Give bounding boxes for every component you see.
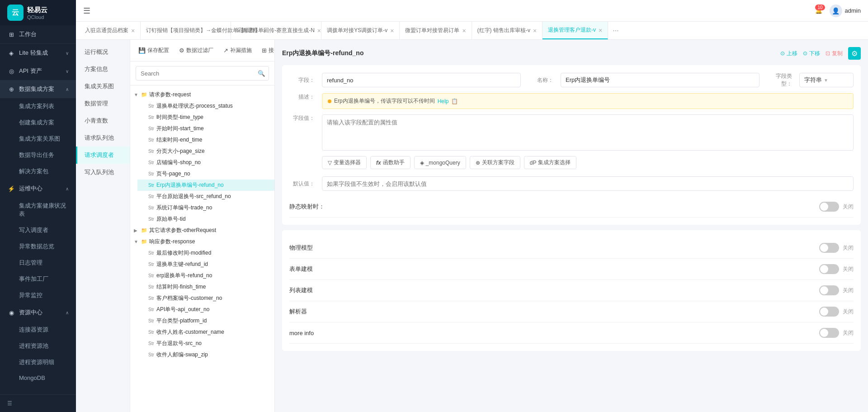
tab-2[interactable]: 订钉报销【项目报销类】→金蝶付款单【班西】 ×	[141, 22, 231, 39]
tree-node-swap-zip[interactable]: Str 收件人邮编-swap_zip	[137, 349, 274, 360]
tab-1[interactable]: 入驻店通货品档案 ×	[80, 22, 141, 39]
tab-5-close[interactable]: ×	[462, 28, 466, 34]
desc-help-link[interactable]: Help	[438, 98, 449, 104]
sidebar-sub-connector[interactable]: 连接器资源	[0, 322, 76, 338]
tree-node-response-params-row[interactable]: ▼ 📁 响应参数-response	[130, 236, 274, 247]
var-selector-btn[interactable]: ▽ 变量选择器	[322, 156, 367, 169]
value-textarea[interactable]	[322, 114, 854, 151]
left-nav-data-mgmt[interactable]: 数据管理	[76, 95, 130, 112]
tree-node-platform-id[interactable]: Str 平台类型-platform_id	[137, 315, 274, 327]
tree-node-src-no[interactable]: Str 平台退款号-src_no	[137, 338, 274, 349]
tree-node-request-params-row[interactable]: ▼ 📁 请求参数-request	[130, 89, 274, 100]
left-nav-solution-info[interactable]: 方案信息	[76, 61, 130, 78]
tree-node-api-outer-no[interactable]: Str API单号-api_outer_no	[137, 304, 274, 315]
tab-7-close[interactable]: ×	[599, 27, 602, 33]
tree-node-refund-no[interactable]: Str Erp内退换单编号-refund_no	[137, 180, 274, 191]
sidebar-sub-process-pool[interactable]: 进程资源池	[0, 338, 76, 354]
tree-node-other-request-row[interactable]: ▶ 📁 其它请求参数-otherRequest	[130, 225, 274, 236]
search-input[interactable]	[136, 66, 269, 81]
more-info-toggle[interactable]	[819, 328, 839, 338]
menu-icon[interactable]: ☰	[83, 6, 90, 16]
sidebar-sub-solution-package[interactable]: 解决方案包	[0, 163, 76, 180]
func-helper-btn[interactable]: fx 函数助手	[370, 156, 410, 169]
sidebar-item-workspace[interactable]: ⊞ 工作台	[0, 25, 76, 43]
tab-3[interactable]: 采购退料单回传-赛意直接生成-N ×	[231, 22, 321, 39]
desc-help-icon[interactable]: 📋	[451, 98, 458, 104]
tab-7[interactable]: 退换管理客户退款-v ×	[542, 22, 608, 39]
sidebar-sub-process-detail[interactable]: 进程资源明细	[0, 354, 76, 370]
notification-bell[interactable]: 🔔 10	[815, 7, 822, 14]
left-nav-request-debug[interactable]: 请求调度者	[76, 147, 130, 164]
static-map-toggle[interactable]	[819, 202, 839, 212]
tree-node-src-refund-no[interactable]: Str 平台原始退换号-src_refund_no	[137, 191, 274, 202]
left-nav-write-queue[interactable]: 写入队列池	[76, 164, 130, 181]
sidebar-bottom-menu[interactable]: ☰	[0, 394, 76, 412]
sidebar-sub-create-integration[interactable]: 创建集成方案	[0, 114, 76, 131]
sidebar-sub-anomaly-data[interactable]: 异常数据总览	[0, 238, 76, 255]
sidebar-item-data-integration[interactable]: ⊕ 数据集成方案 ∧	[0, 80, 76, 98]
action-up[interactable]: ⊙ 上移	[780, 50, 797, 57]
action-down[interactable]: ⊙ 下移	[803, 50, 820, 57]
left-nav-overview[interactable]: 运行概况	[76, 43, 130, 61]
left-nav-request-queue[interactable]: 请求队列池	[76, 129, 130, 147]
toolbar-save-config[interactable]: 💾 保存配置	[134, 44, 174, 57]
sidebar-item-resource[interactable]: ◉ 资源中心 ∧	[0, 303, 76, 322]
parser-toggle[interactable]	[819, 307, 839, 317]
tree-node-trade-no[interactable]: Str 系统订单编号-trade_no	[137, 202, 274, 213]
solution-select-btn[interactable]: dP 集成方案选择	[524, 156, 577, 169]
related-field-btn[interactable]: ⊕ 关联方案字段	[470, 156, 520, 169]
tree-node-refund-id[interactable]: Str 退换单主键-refund_id	[137, 259, 274, 270]
sidebar-item-lite[interactable]: ◈ Lite 轻集成 ∨	[0, 44, 76, 62]
toolbar-interface-view[interactable]: ⊞ 接口信息视图	[257, 44, 274, 57]
sidebar-sub-data-export[interactable]: 数据导出任务	[0, 147, 76, 163]
tab-3-close[interactable]: ×	[317, 28, 321, 34]
tab-6[interactable]: (红字) 销售出库审核-v ×	[472, 22, 543, 39]
sidebar-item-ops[interactable]: ⚡ 运维中心 ∧	[0, 180, 76, 198]
sidebar-sub-relation-graph[interactable]: 集成方案关系图	[0, 131, 76, 147]
sidebar-sub-event-factory[interactable]: 事件加工厂	[0, 271, 76, 287]
tree-node-customer-name[interactable]: Str 收件人姓名-customer_name	[137, 327, 274, 338]
action-copy[interactable]: ⊡ 复制	[826, 50, 843, 57]
sidebar-sub-mongodb[interactable]: MongoDB	[0, 370, 76, 385]
form-build-state: 关闭	[843, 265, 854, 273]
sidebar-sub-write-debug[interactable]: 写入调度者	[0, 222, 76, 238]
user-area[interactable]: 👤 admin	[830, 5, 861, 17]
tab-1-close[interactable]: ×	[131, 28, 135, 34]
tab-4[interactable]: 调拨单对接YS调拨订单-v ×	[321, 22, 400, 39]
tree-node-finish-time[interactable]: Str 结算时间-finish_time	[137, 281, 274, 293]
tab-4-close[interactable]: ×	[390, 28, 394, 34]
tree-node-time-type[interactable]: Str 时间类型-time_type	[137, 112, 274, 123]
toolbar-supplement[interactable]: ↗ 补漏措施	[219, 44, 256, 57]
left-nav-small-count[interactable]: 小青查数	[76, 112, 130, 129]
tree-node-erp-refund-no[interactable]: Str erp退换单号-refund_no	[137, 270, 274, 281]
left-nav-relation-view[interactable]: 集成关系图	[76, 78, 130, 95]
tree-node-shop-no[interactable]: Str 店铺编号-shop_no	[137, 157, 274, 168]
tree-node-tid[interactable]: Str 原始单号-tid	[137, 213, 274, 225]
tree-node-page-no[interactable]: Str 页号-page_no	[137, 168, 274, 180]
toolbar-data-filter[interactable]: ⚙ 数据过滤厂	[175, 44, 218, 57]
tab-5[interactable]: 微盟订单对接管易订单 ×	[400, 22, 472, 39]
middle-panel: 💾 保存配置 ⚙ 数据过滤厂 ↗ 补漏措施 ⊞ 接口信息视图	[130, 40, 275, 412]
field-type-select[interactable]: 字符串 ▼	[799, 73, 854, 87]
default-value-input[interactable]	[322, 176, 854, 191]
sidebar-sub-anomaly-monitor[interactable]: 异常监控	[0, 287, 76, 303]
sidebar-item-api[interactable]: ◎ API 资产 ∨	[0, 62, 76, 80]
tree-node-start-time[interactable]: Str 开始时间-start_time	[137, 123, 274, 134]
physical-model-toggle[interactable]	[819, 243, 839, 253]
list-build-toggle[interactable]	[819, 285, 839, 295]
node-label-refund-id: 退换单主键-refund_id	[156, 260, 208, 268]
sidebar-sub-health-status[interactable]: 集成方案健康状况表	[0, 198, 76, 222]
tree-node-customer-no[interactable]: Str 客户档案编号-customer_no	[137, 293, 274, 304]
tree-node-modified[interactable]: Str 最后修改时间-modified	[137, 247, 274, 259]
sidebar-sub-integration-list[interactable]: 集成方案列表	[0, 98, 76, 114]
settings-icon-right[interactable]: ⚙	[848, 47, 861, 60]
sidebar-sub-log-mgmt[interactable]: 日志管理	[0, 255, 76, 271]
tree-node-page-size[interactable]: Str 分页大小-page_size	[137, 146, 274, 157]
tree-node-process-status[interactable]: Str 退换单处理状态-process_status	[137, 100, 274, 112]
tab-6-close[interactable]: ×	[533, 28, 537, 34]
search-button[interactable]: 🔍	[258, 70, 265, 77]
tree-node-end-time[interactable]: Str 结束时间-end_time	[137, 134, 274, 146]
tab-more[interactable]: ···	[608, 22, 623, 39]
form-build-toggle[interactable]	[819, 264, 839, 274]
mongo-query-btn[interactable]: ◈ _mongoQuery	[414, 156, 466, 169]
